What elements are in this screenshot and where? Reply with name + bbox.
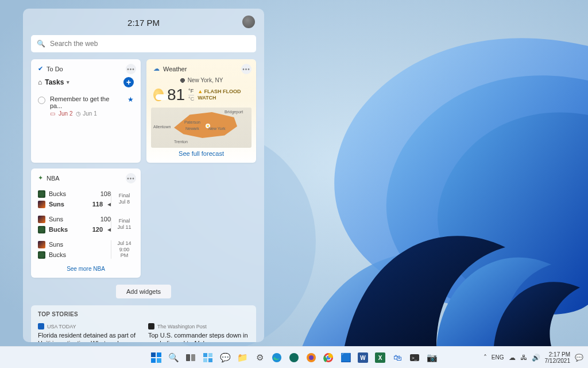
- location-icon: ⯃: [180, 77, 185, 83]
- camera-button[interactable]: 📷: [424, 350, 439, 365]
- svg-point-13: [289, 353, 299, 362]
- tasks-label: Tasks: [45, 78, 64, 86]
- team-name: Bucks: [49, 190, 91, 197]
- task-due: Jun 2: [59, 110, 72, 117]
- story-source: USA TODAY: [47, 324, 76, 329]
- story-item[interactable]: USA TODAY Florida resident detained as p…: [38, 323, 139, 342]
- widgets-button[interactable]: [200, 350, 215, 365]
- top-stories-heading: TOP STORIES: [38, 311, 249, 317]
- nba-widget[interactable]: ✦ NBA ••• Bucks108 Suns118◀ FinalJul 8 S…: [31, 168, 141, 278]
- user-avatar[interactable]: [242, 16, 255, 28]
- nba-game-row[interactable]: Suns Bucks Jul 149:00 PM: [38, 237, 134, 262]
- source-favicon-icon: [148, 323, 154, 329]
- team-name: Bucks: [49, 251, 91, 258]
- team-name: Suns: [49, 216, 91, 223]
- widget-menu-button[interactable]: •••: [241, 64, 252, 74]
- search-box[interactable]: 🔍: [31, 35, 256, 52]
- team-logo-icon: [38, 241, 45, 248]
- forecast-link[interactable]: See full forecast: [153, 150, 249, 157]
- widget-menu-button[interactable]: •••: [126, 64, 136, 74]
- weather-map[interactable]: Allentown Paterson Newark Trenton Bridge…: [151, 108, 252, 148]
- task-item[interactable]: Remember to get the pa... ▭ Jun 2 ◷ Jun …: [38, 92, 134, 120]
- widgets-panel: 2:17 PM 🔍 ✔ To Do ••• ⌂Tasks▾ + Remember…: [23, 9, 264, 342]
- language-indicator[interactable]: ENG: [492, 354, 504, 361]
- team-score: 100: [95, 216, 111, 223]
- source-favicon-icon: [38, 323, 44, 329]
- network-icon[interactable]: 🖧: [520, 354, 527, 362]
- word-button[interactable]: W: [355, 350, 370, 365]
- weather-temp: 81: [167, 86, 185, 104]
- task-text: Remember to get the pa...: [50, 95, 123, 109]
- weather-widget[interactable]: ☁ Weather ••• ⯃New York, NY 81 °F °C FLA…: [146, 59, 256, 163]
- team-logo-icon: [38, 201, 45, 208]
- svg-rect-8: [203, 353, 207, 357]
- svg-rect-7: [191, 354, 195, 361]
- excel-button[interactable]: X: [373, 350, 388, 365]
- temp-units[interactable]: °F °C: [188, 88, 194, 102]
- nba-game-row[interactable]: Suns100 Bucks120◀ FinalJul 11: [38, 212, 134, 237]
- game-status: FinalJul 11: [111, 218, 134, 231]
- nba-game-row[interactable]: Bucks108 Suns118◀ FinalJul 8: [38, 186, 134, 212]
- nba-icon: ✦: [38, 174, 43, 182]
- task-reminder: Jun 1: [83, 110, 96, 117]
- team-logo-icon: [38, 216, 45, 223]
- nba-more-link[interactable]: See more NBA: [38, 266, 134, 272]
- team-name: Suns: [49, 201, 83, 208]
- chrome-button[interactable]: [321, 350, 336, 365]
- task-view-button[interactable]: [183, 350, 198, 365]
- explorer-button[interactable]: 📁: [235, 350, 250, 365]
- notifications-icon[interactable]: 💬: [575, 354, 583, 362]
- team-logo-icon: [38, 190, 45, 198]
- game-status: Jul 149:00 PM: [111, 240, 134, 259]
- start-button[interactable]: [149, 350, 164, 365]
- svg-text:W: W: [360, 355, 366, 361]
- team-score: 118: [87, 201, 103, 208]
- add-task-button[interactable]: +: [123, 77, 134, 87]
- chat-button[interactable]: 💬: [218, 350, 233, 365]
- todo-widget[interactable]: ✔ To Do ••• ⌂Tasks▾ + Remember to get th…: [31, 59, 141, 163]
- taskbar-clock[interactable]: 2:17 PM 7/12/2021: [545, 351, 571, 364]
- calendar-icon: ▭: [50, 110, 55, 117]
- settings-button[interactable]: ⚙: [252, 350, 267, 365]
- firefox-button[interactable]: [304, 350, 319, 365]
- weather-condition-icon: [153, 89, 164, 101]
- svg-rect-10: [203, 358, 207, 362]
- story-headline: Florida resident detained as part of Hai…: [38, 331, 139, 342]
- app-icon[interactable]: 🟦: [338, 350, 353, 365]
- team-name: Suns: [49, 241, 91, 248]
- onedrive-icon[interactable]: ☁: [509, 354, 516, 362]
- star-icon[interactable]: ★: [127, 95, 134, 103]
- team-logo-icon: [38, 226, 45, 233]
- svg-rect-6: [186, 354, 190, 361]
- team-name: Bucks: [49, 226, 83, 233]
- task-checkbox[interactable]: [38, 97, 45, 104]
- svg-rect-2: [151, 352, 156, 357]
- nba-title: NBA: [47, 175, 60, 182]
- top-stories-widget[interactable]: TOP STORIES USA TODAY Florida resident d…: [31, 305, 256, 342]
- app-icon[interactable]: [287, 350, 301, 365]
- store-button[interactable]: 🛍: [390, 350, 405, 365]
- search-button[interactable]: 🔍: [166, 350, 181, 365]
- weather-location: New York, NY: [188, 77, 223, 83]
- svg-text:X: X: [378, 355, 382, 361]
- tray-overflow-icon[interactable]: ˄: [483, 354, 487, 362]
- add-widgets-button[interactable]: Add widgets: [116, 285, 171, 298]
- svg-point-15: [309, 355, 314, 360]
- story-item[interactable]: The Washington Post Top U.S. commander s…: [148, 323, 249, 342]
- story-headline: Top U.S. commander steps down in symboli…: [148, 331, 249, 342]
- volume-icon[interactable]: 🔊: [532, 354, 540, 362]
- svg-rect-4: [151, 358, 156, 363]
- search-input[interactable]: [50, 40, 250, 48]
- chevron-down-icon: ▾: [67, 79, 69, 85]
- widget-menu-button[interactable]: •••: [126, 173, 136, 183]
- edge-button[interactable]: [269, 350, 284, 365]
- team-score: 120: [87, 226, 103, 233]
- weather-title: Weather: [163, 66, 187, 72]
- terminal-button[interactable]: >_: [407, 350, 422, 365]
- todo-title: To Do: [47, 66, 63, 72]
- home-icon: ⌂: [38, 78, 42, 86]
- taskbar-center: 🔍 💬 📁 ⚙ 🟦 W X 🛍 >_ 📷: [149, 350, 439, 365]
- game-status: FinalJul 8: [111, 193, 134, 205]
- system-tray: ˄ ENG ☁ 🖧 🔊 2:17 PM 7/12/2021 💬: [483, 351, 583, 364]
- svg-rect-5: [157, 358, 161, 363]
